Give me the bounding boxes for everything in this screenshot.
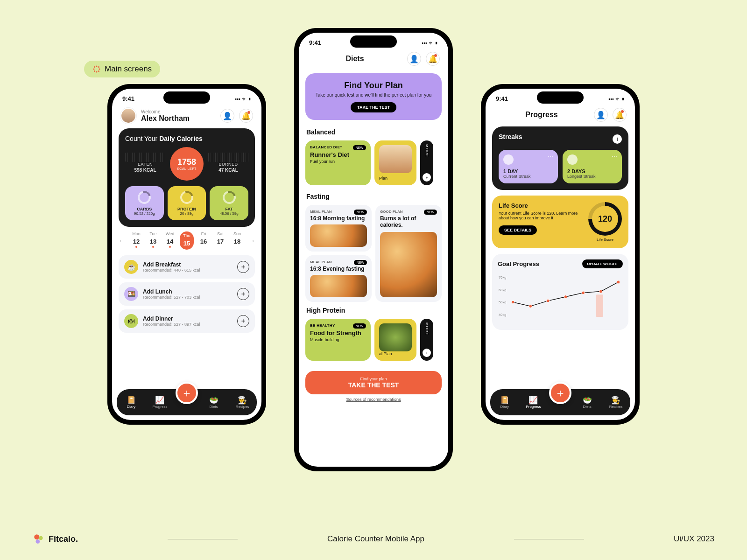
nav-progress[interactable]: 📈Progress: [522, 396, 544, 409]
macro-card[interactable]: PROTEIN 20 / 88g: [168, 186, 206, 220]
nav-diets[interactable]: 🥗Diets: [576, 396, 599, 409]
nav-recipes[interactable]: 👨‍🍳Recipes: [231, 396, 254, 409]
food-photo: [379, 145, 412, 173]
week-next[interactable]: ›: [252, 238, 254, 244]
phone-notch: [537, 91, 584, 104]
sources-link[interactable]: Sources of recommendations: [299, 397, 448, 402]
chart-point[interactable]: [546, 299, 550, 302]
recipes-icon: 👨‍🍳: [231, 396, 254, 405]
notifications-button[interactable]: 🔔: [239, 109, 253, 123]
notifications-button[interactable]: 🔔: [613, 108, 627, 122]
chart-point[interactable]: [511, 301, 514, 304]
diet-card-partial[interactable]: Plan: [374, 140, 416, 185]
week-prev[interactable]: ‹: [120, 238, 121, 244]
more-balanced[interactable]: MORE ＋: [420, 140, 433, 185]
fab-add[interactable]: ＋: [549, 382, 571, 404]
more-icon[interactable]: ⋯: [548, 154, 553, 160]
fasting-card-evening[interactable]: MEAL PLAN NEW 16:8 Evening fasting: [305, 255, 372, 302]
day-cell[interactable]: Mon 12: [129, 231, 143, 250]
progress-ring-icon: [135, 189, 153, 206]
see-details-button[interactable]: SEE DETAILS: [499, 225, 537, 235]
more-icon[interactable]: ⋯: [612, 154, 617, 160]
day-cell[interactable]: Thu 15: [180, 231, 194, 250]
chart-point[interactable]: [599, 290, 602, 293]
user-avatar[interactable]: [120, 108, 136, 124]
brand-logo-icon: [33, 533, 45, 545]
day-cell[interactable]: Fri 16: [197, 231, 211, 250]
profile-button[interactable]: 👤: [220, 109, 234, 123]
nav-diary[interactable]: 📔Diary: [493, 396, 516, 409]
life-score-label: Life Score: [588, 238, 622, 242]
phone-progress: 9:41••• ᯤ ▮ Progress 👤 🔔 Streaks i ⋯ 1 D…: [481, 84, 640, 425]
notification-dot: [247, 111, 250, 114]
chart-point[interactable]: [582, 291, 585, 294]
fab-add[interactable]: ＋: [176, 382, 198, 404]
fasting-card-morning[interactable]: MEAL PLAN NEW 16:8 Morning fasting: [305, 205, 372, 252]
svg-point-13: [34, 534, 39, 539]
eaten-value: 598 KCAL: [125, 168, 165, 173]
streak-card[interactable]: ⋯ 1 DAY Current Streak: [499, 150, 558, 183]
nav-diets[interactable]: 🥗Diets: [203, 396, 225, 409]
diary-icon: 📔: [120, 396, 142, 405]
food-photo: [310, 224, 367, 247]
svg-point-14: [39, 536, 43, 540]
update-weight-button[interactable]: UPDATE WEIGHT: [582, 259, 623, 268]
profile-button[interactable]: 👤: [594, 108, 608, 122]
macro-card[interactable]: CARBS 90.52 / 220g: [125, 186, 164, 220]
notifications-button[interactable]: 🔔: [426, 52, 440, 66]
chart-point[interactable]: [529, 305, 532, 308]
meal-card[interactable]: 🍽 Add Dinner Recommended: 527 - 897 kcal…: [119, 309, 255, 333]
diet-card-partial[interactable]: al Plan: [374, 319, 416, 361]
status-icons: ••• ᯤ ▮: [235, 95, 251, 102]
week-picker[interactable]: ‹ Mon 12 Tue 13 Wed 14 Thu 15 Fri 16 Sat…: [112, 227, 261, 252]
diet-card-runners[interactable]: BALANCED DIET NEW Runner's Diet Fuel you…: [305, 140, 371, 185]
calorie-title: Count Your Daily Calories: [125, 135, 248, 142]
goal-title: Goal Progress: [498, 260, 539, 267]
diet-card-strength[interactable]: BE HEALTHY NEW Food for Strength Muscle-…: [305, 319, 371, 361]
footer-year: Ui/UX 2023: [674, 534, 714, 544]
hero-title: Find Your Plan: [313, 81, 434, 91]
life-score-gauge: 120: [588, 202, 622, 236]
chart-point[interactable]: [564, 295, 567, 299]
add-meal-button[interactable]: ＋: [237, 261, 249, 273]
user-name: Alex Northam: [141, 114, 190, 123]
day-cell[interactable]: Tue 13: [146, 231, 160, 250]
burned-value: 47 KCAL: [208, 168, 248, 173]
kcal-left-dial[interactable]: 1758 KCAL LEFT: [170, 147, 204, 181]
add-meal-button[interactable]: ＋: [237, 288, 249, 300]
add-meal-button[interactable]: ＋: [237, 315, 249, 327]
life-body: Your current Life Score is 120. Learn mo…: [499, 211, 584, 220]
chart-point[interactable]: [617, 280, 620, 284]
streaks-card: Streaks i ⋯ 1 DAY Current Streak ⋯ 2 DAY…: [492, 126, 628, 190]
page-title: Diets: [345, 55, 364, 63]
section-balanced-title: Balanced: [299, 126, 448, 139]
info-button[interactable]: i: [613, 134, 622, 144]
meal-card[interactable]: ☕ Add Breakfast Recommended: 440 - 615 k…: [119, 255, 255, 279]
svg-text:70kg: 70kg: [499, 275, 507, 280]
take-test-button[interactable]: TAKE THE TEST: [351, 102, 396, 112]
nav-recipes[interactable]: 👨‍🍳Recipes: [605, 396, 627, 409]
svg-point-15: [36, 539, 40, 544]
streak-card[interactable]: ⋯ 2 DAYS Longest Streak: [563, 150, 622, 183]
kcal-left-label: KCAL LEFT: [177, 167, 197, 170]
nav-diary[interactable]: 📔Diary: [120, 396, 142, 409]
footer-subtitle: Calorie Counter Mobile App: [327, 534, 424, 544]
day-cell[interactable]: Wed 14: [163, 231, 177, 250]
svg-text:50kg: 50kg: [499, 300, 507, 304]
food-photo: [379, 323, 412, 351]
meal-card[interactable]: 🍱 Add Lunch Recommended: 527 - 703 kcal …: [119, 282, 255, 306]
welcome-label: Welcome: [141, 109, 190, 114]
fasting-card-burns[interactable]: GOOD PLAN NEW Burns a lot of calories.: [375, 205, 442, 302]
footer-cta[interactable]: Find your plan TAKE THE TEST: [305, 371, 442, 394]
profile-button[interactable]: 👤: [407, 52, 421, 66]
phone-notch: [163, 91, 210, 104]
status-time: 9:41: [122, 95, 134, 102]
macro-card[interactable]: FAT 48.56 / 59g: [210, 186, 248, 220]
kcal-left-value: 1758: [177, 157, 196, 167]
burned-label: BURNED: [208, 162, 248, 167]
day-cell[interactable]: Sat 17: [213, 231, 227, 250]
day-cell[interactable]: Sun 18: [230, 231, 244, 250]
more-protein[interactable]: MORE ＋: [420, 319, 433, 361]
diary-icon: 📔: [493, 396, 516, 405]
nav-progress[interactable]: 📈Progress: [148, 396, 171, 409]
